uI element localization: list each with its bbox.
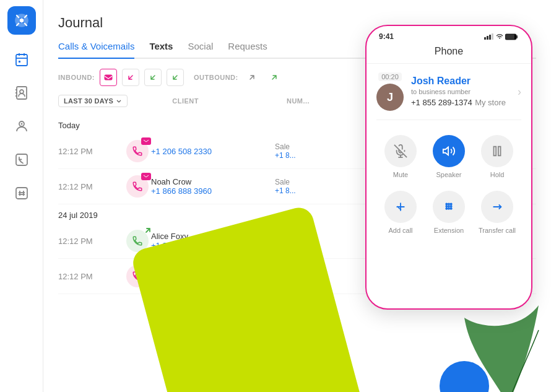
battery-icon bbox=[505, 33, 519, 40]
tab-bar: Calls & Voicemails Texts Social Requests bbox=[58, 41, 536, 59]
date-group-today: Today 12:12 PM +1 206 508 2330 bbox=[58, 115, 536, 204]
call-number: +1 334 463 80... bbox=[151, 241, 275, 250]
svg-rect-28 bbox=[506, 35, 514, 39]
svg-rect-19 bbox=[105, 75, 112, 80]
filter-outbound-arrow1[interactable] bbox=[243, 69, 261, 86]
tab-texts[interactable]: Texts bbox=[149, 41, 173, 58]
filter-outbound-arrow2[interactable] bbox=[266, 69, 283, 86]
svg-rect-24 bbox=[487, 36, 488, 40]
filter-inbound-arrow2[interactable] bbox=[144, 69, 162, 86]
call-icon bbox=[126, 230, 149, 252]
client-name: Noah Crow bbox=[151, 267, 275, 276]
svg-rect-26 bbox=[492, 33, 493, 40]
assigned-info: Sale +1 8... bbox=[275, 142, 349, 160]
call-time: 12:12 PM bbox=[58, 237, 126, 246]
svg-point-12 bbox=[20, 123, 22, 125]
voicemail-badge bbox=[141, 137, 151, 145]
date-label-jul: 24 jul 2019 bbox=[58, 204, 536, 224]
sidebar-item-hashtag[interactable] bbox=[9, 181, 34, 206]
voicemail-badge bbox=[141, 173, 151, 180]
status-icons bbox=[484, 33, 519, 40]
leaf-decoration bbox=[458, 281, 551, 392]
date-label-today: Today bbox=[58, 115, 536, 134]
assigned-info: Sale +1 8... bbox=[275, 178, 349, 195]
phone-time: 9:41 bbox=[379, 32, 394, 41]
client-name: Alice Foxy bbox=[151, 232, 275, 241]
svg-rect-1 bbox=[16, 54, 27, 66]
sidebar-item-contacts[interactable] bbox=[9, 81, 34, 105]
blue-circle-decoration bbox=[440, 361, 489, 392]
main-content: Journal Calls & Voicemails Texts Social … bbox=[43, 0, 551, 392]
client-name: Noah Crow bbox=[151, 177, 275, 186]
num-col-header: NUM... bbox=[287, 97, 310, 105]
svg-rect-21 bbox=[143, 174, 149, 179]
chevron-down-icon bbox=[116, 98, 122, 104]
assigned-name: Sale bbox=[275, 178, 349, 186]
inbound-label: INBOUND: bbox=[58, 74, 95, 81]
sidebar-item-calls[interactable] bbox=[9, 147, 34, 172]
client-info: +1 206 508 2330 bbox=[151, 147, 275, 156]
call-time: 12:12 PM bbox=[58, 182, 126, 191]
filter-voicemail[interactable] bbox=[100, 69, 117, 86]
svg-rect-5 bbox=[19, 61, 20, 63]
table-filters: LAST 30 DAYS CLIENT NUM... bbox=[58, 95, 536, 107]
call-icon bbox=[126, 140, 149, 162]
period-dropdown[interactable]: LAST 30 DAYS bbox=[58, 95, 128, 107]
outbound-arrow-badge bbox=[144, 226, 152, 235]
call-number: +1 206 508 2330 bbox=[151, 147, 275, 156]
client-info: Noah Crow +1 866 888 3960 bbox=[151, 177, 275, 196]
call-icon bbox=[126, 175, 149, 198]
tab-calls-voicemails[interactable]: Calls & Voicemails bbox=[58, 41, 134, 58]
voicemail-badge bbox=[141, 263, 151, 270]
tab-requests[interactable]: Requests bbox=[228, 41, 267, 58]
svg-rect-20 bbox=[143, 139, 149, 144]
call-number: +1 866 888 3960 bbox=[151, 276, 275, 285]
assigned-number: +1 8... bbox=[275, 186, 349, 195]
sidebar bbox=[0, 0, 43, 392]
logo-icon bbox=[14, 12, 30, 28]
filter-inbound-arrow3[interactable] bbox=[167, 69, 184, 86]
svg-rect-27 bbox=[505, 34, 516, 40]
client-col-header: CLIENT bbox=[172, 97, 199, 105]
wifi-icon bbox=[496, 33, 503, 40]
svg-point-0 bbox=[19, 19, 24, 23]
call-time: 12:12 PM bbox=[58, 272, 126, 281]
table-row[interactable]: 12:12 PM +1 206 508 2330 Sale bbox=[58, 134, 536, 169]
call-icon bbox=[126, 265, 149, 287]
sidebar-item-calendar[interactable] bbox=[9, 47, 34, 72]
assigned-name: Sale bbox=[275, 142, 349, 151]
tab-social[interactable]: Social bbox=[188, 41, 213, 58]
page-title: Journal bbox=[58, 15, 536, 31]
filter-inbound-arrow1[interactable] bbox=[122, 69, 139, 86]
table-row[interactable]: 12:12 PM Alice Foxy +1 334 463 80... bbox=[58, 224, 536, 259]
outbound-label: OUTBOUND: bbox=[194, 74, 238, 81]
svg-rect-14 bbox=[16, 188, 27, 199]
table-row[interactable]: 12:12 PM Noah Crow +1 866 888 3960 bbox=[58, 169, 536, 204]
table-row[interactable]: 12:12 PM Noah Crow +1 866 888 3960 bbox=[58, 259, 536, 294]
client-info: Noah Crow +1 866 888 3960 bbox=[151, 267, 275, 285]
sidebar-item-support[interactable] bbox=[9, 114, 34, 139]
call-number: +1 866 888 3960 bbox=[151, 186, 275, 196]
svg-rect-6 bbox=[17, 87, 27, 99]
client-info: Alice Foxy +1 334 463 80... bbox=[151, 232, 275, 250]
svg-rect-22 bbox=[143, 264, 149, 269]
app-logo[interactable] bbox=[7, 6, 36, 35]
filter-bar: INBOUND: OUTBOUND: bbox=[58, 69, 536, 86]
date-group-jul: 24 jul 2019 12:12 PM Alice Foxy +1 334 4 bbox=[58, 204, 536, 294]
assigned-number: +1 8... bbox=[275, 151, 349, 160]
svg-rect-23 bbox=[484, 37, 486, 40]
svg-rect-25 bbox=[489, 35, 491, 40]
call-time: 12:12 PM bbox=[58, 147, 126, 156]
signal-icon bbox=[484, 33, 494, 40]
